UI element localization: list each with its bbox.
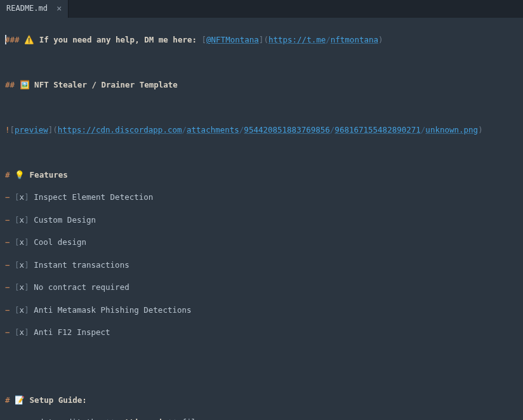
line-heading-features: # 💡 Features [5,169,523,181]
blank-line [5,372,523,383]
file-tab-readme[interactable]: README.md × [0,0,69,18]
feature-item: − [x] Anti F12 Inspect [5,327,523,338]
feature-item: − [x] Cool design [5,237,523,248]
blank-line [5,56,523,68]
feature-item: − [x] Custom Design [5,214,523,226]
editor-content[interactable]: ### ⚠️ If you need any help, DM me here:… [0,18,523,420]
line-heading-title: ## 🖼 NFT Stealer / Drainer Template [5,79,523,91]
picture-icon: 🖼 [20,80,30,89]
close-icon[interactable]: × [56,3,62,15]
setup-intro: you need to edit the **settings.js** fil… [5,417,523,420]
line-heading-setup: # 📝 Setup Guide: [5,395,523,406]
tab-title: README.md [6,3,48,14]
feature-item: − [x] Instant transactions [5,259,523,271]
memo-icon: 📝 [15,395,25,405]
feature-item: − [x] No contract required [5,282,523,293]
tab-bar: README.md × [0,0,523,18]
link-nftmontana[interactable]: @NFTMontana [206,35,259,44]
bulb-icon: 💡 [15,170,25,180]
line-image-preview: ![preview](https://cdn.discordapp.com/at… [5,124,523,136]
image-link-preview[interactable]: preview [15,125,48,135]
blank-line [5,147,523,158]
feature-item: − [x] Inspect Element Detection [5,192,523,203]
feature-item: − [x] Anti Metamask Phishing Detections [5,305,523,316]
blank-line [5,102,523,113]
blank-line [5,350,523,361]
warning-icon: ⚠️ [24,35,34,44]
line-heading-help: ### ⚠️ If you need any help, DM me here:… [5,34,523,46]
